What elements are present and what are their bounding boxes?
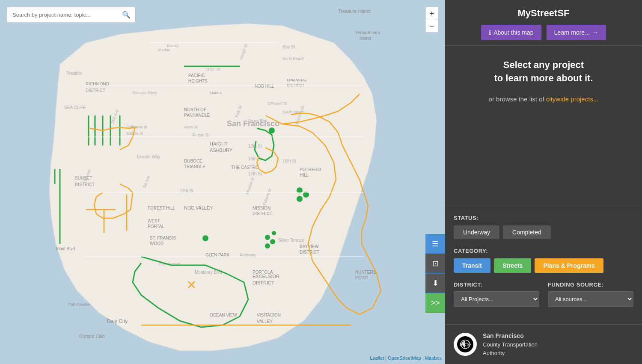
svg-text:District: District — [167, 44, 179, 48]
funding-select[interactable]: All sources... Federal State Local Priva… — [548, 291, 633, 307]
svg-text:Daly City: Daly City — [107, 318, 128, 324]
download-button[interactable]: ⬇ — [425, 273, 445, 293]
svg-text:Presidio: Presidio — [66, 71, 82, 76]
svg-text:Marina: Marina — [210, 91, 222, 95]
category-plans-button[interactable]: Plans & Programs — [535, 258, 603, 273]
svg-text:DUBOCE: DUBOCE — [184, 159, 202, 163]
search-bar: 🔍 — [7, 7, 135, 23]
svg-text:16th St: 16th St — [282, 159, 296, 163]
filter-section: STATUS: Underway Completed CATEGORY: Tra… — [445, 215, 642, 324]
zoom-out-button[interactable]: − — [425, 20, 438, 33]
svg-text:Lincoln Way: Lincoln Way — [137, 154, 160, 159]
header-buttons: ℹ About this map Learn more... → — [454, 25, 633, 40]
svg-text:O'Farrell St: O'Farrell St — [268, 101, 287, 106]
about-map-button[interactable]: ℹ About this map — [481, 25, 541, 40]
sfcta-name-line1: San Francisco — [483, 332, 524, 339]
svg-text:THE CASTRO: THE CASTRO — [231, 165, 259, 170]
status-label: STATUS: — [454, 215, 633, 221]
svg-point-93 — [202, 235, 208, 241]
leaflet-link[interactable]: Leaflet — [370, 355, 384, 361]
svg-text:WEST: WEST — [148, 219, 160, 223]
svg-text:PACIFIC: PACIFIC — [188, 73, 205, 78]
district-funding-row: DISTRICT: All Projects... District 1 Dis… — [454, 281, 633, 307]
svg-text:FINANCIAL: FINANCIAL — [287, 78, 307, 82]
browse-text: or browse the list of citywide projects.… — [454, 95, 633, 103]
category-buttons: Transit Streets Plans & Programs — [454, 258, 633, 273]
funding-group: FUNDING SOURCE: All sources... Federal S… — [548, 281, 633, 307]
funding-label: FUNDING SOURCE: — [548, 281, 633, 288]
copy-icon: ⊡ — [432, 259, 439, 268]
svg-text:PORTOLA: PORTOLA — [253, 270, 273, 275]
sfcta-logo-icon: SFCTA — [454, 333, 477, 356]
svg-text:VALLEY: VALLEY — [257, 319, 273, 324]
svg-text:POTRERO: POTRERO — [300, 167, 321, 172]
status-buttons: Underway Completed — [454, 225, 633, 239]
svg-text:NORTH OF: NORTH OF — [184, 107, 206, 112]
status-completed-button[interactable]: Completed — [503, 225, 551, 239]
search-button[interactable]: 🔍 — [118, 7, 135, 22]
category-transit-button[interactable]: Transit — [454, 258, 490, 273]
svg-text:ASHBURY: ASHBURY — [210, 148, 233, 153]
select-project-heading: Select any projectto learn more about it… — [454, 59, 633, 85]
svg-point-96 — [265, 243, 270, 249]
svg-text:DISTRICT: DISTRICT — [86, 88, 105, 93]
svg-text:HUNTERS: HUNTERS — [355, 270, 376, 275]
svg-text:ST. FRANCIS: ST. FRANCIS — [150, 236, 176, 240]
learn-more-label: Learn more... — [554, 29, 590, 36]
expand-button[interactable]: >> — [425, 293, 445, 313]
svg-point-89 — [269, 127, 275, 133]
svg-text:POINT: POINT — [355, 275, 369, 280]
svg-text:Presidio Pkwy: Presidio Pkwy — [133, 91, 157, 95]
svg-text:Anza St: Anza St — [184, 125, 198, 129]
app-title: MyStreetSF — [454, 8, 633, 19]
svg-text:VISITACION: VISITACION — [257, 313, 281, 317]
svg-text:OCEAN VIEW: OCEAN VIEW — [210, 313, 237, 317]
svg-text:TRIANGLE: TRIANGLE — [184, 164, 205, 169]
layers-icon: ☰ — [432, 239, 439, 249]
expand-icon: >> — [431, 299, 440, 308]
svg-text:HAIGHT: HAIGHT — [210, 141, 228, 146]
svg-text:SEA CLIFF: SEA CLIFF — [64, 105, 86, 110]
svg-text:17th St: 17th St — [248, 172, 262, 176]
zoom-controls: + − — [425, 7, 438, 33]
svg-text:Island: Island — [360, 36, 371, 41]
search-input[interactable] — [7, 8, 118, 21]
layers-button[interactable]: ☰ — [425, 234, 445, 254]
download-icon: ⬇ — [432, 278, 439, 288]
map-attribution: Leaflet | OpenStreetMap | Mapbox — [370, 355, 442, 361]
svg-text:PANHANDLE: PANHANDLE — [184, 113, 210, 118]
svg-text:Sloat Blvd: Sloat Blvd — [56, 246, 75, 251]
svg-text:HILL: HILL — [300, 173, 309, 178]
svg-text:San Francisco: San Francisco — [227, 119, 279, 128]
status-underway-button[interactable]: Underway — [454, 225, 499, 239]
svg-text:WOOD: WOOD — [150, 241, 163, 246]
svg-text:NOB HILL: NOB HILL — [255, 84, 274, 89]
search-icon: 🔍 — [122, 11, 131, 18]
sidebar: MyStreetSF ℹ About this map Learn more..… — [445, 0, 642, 364]
category-streets-button[interactable]: Streets — [494, 258, 531, 273]
sfcta-name-line2: County Transportation — [483, 341, 538, 348]
learn-more-button[interactable]: Learn more... → — [547, 25, 606, 40]
citywide-projects-link[interactable]: citywide projects... — [546, 95, 599, 103]
sfcta-name-line3: Authority — [483, 350, 505, 356]
district-select[interactable]: All Projects... District 1 District 2 Di… — [454, 291, 539, 307]
svg-text:DISTRICT: DISTRICT — [287, 83, 305, 87]
svg-point-92 — [297, 196, 303, 202]
browse-prefix: or browse the list of — [489, 95, 544, 103]
svg-point-95 — [270, 239, 275, 244]
sidebar-header: MyStreetSF ℹ About this map Learn more..… — [445, 0, 642, 46]
map-svg[interactable]: RICHMOND DISTRICT SUNSET DISTRICT PACIFI… — [0, 0, 445, 364]
svg-text:Olympic Club: Olympic Club — [79, 334, 105, 339]
zoom-in-button[interactable]: + — [425, 7, 438, 20]
svg-text:Fort Funston: Fort Funston — [68, 302, 90, 307]
sfcta-logo: SFCTA San Francisco County Transportatio… — [445, 324, 642, 364]
svg-point-97 — [272, 231, 276, 235]
svg-text:FOREST HILL: FOREST HILL — [148, 206, 175, 210]
mapbox-link[interactable]: Mapbox — [425, 355, 442, 361]
svg-text:Marina: Marina — [158, 48, 170, 52]
copy-button[interactable]: ⊡ — [425, 254, 445, 273]
osm-link[interactable]: OpenStreetMap — [388, 355, 421, 361]
svg-text:Silver Terrace: Silver Terrace — [278, 238, 304, 243]
sfcta-logo-text: San Francisco County Transportation Auth… — [483, 331, 538, 357]
category-label: CATEGORY: — [454, 248, 633, 254]
